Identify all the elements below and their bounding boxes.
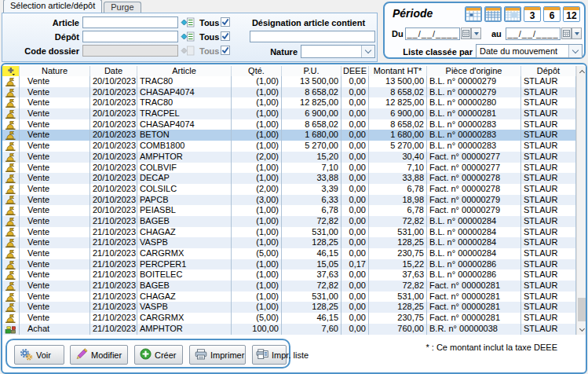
calendar-day-button[interactable] (465, 6, 482, 22)
depot-input[interactable] (82, 31, 178, 42)
imprimer-button[interactable]: Imprimer (189, 345, 246, 365)
table-row[interactable]: Vente21/10/2023VASPB(1,00)128,250,00128,… (2, 237, 576, 248)
add-column-icon[interactable] (2, 66, 20, 76)
column-header-piece[interactable]: Pièce d'origine (427, 66, 521, 76)
voir-button[interactable]: Voir (14, 345, 64, 365)
column-header-qty[interactable]: Qté. (232, 66, 282, 76)
depot-list-picker-icon[interactable] (181, 31, 195, 42)
column-header-montant[interactable]: Montant HT* (369, 66, 427, 76)
scroll-up-icon[interactable] (577, 66, 586, 76)
table-row[interactable]: Vente21/10/2023CARGRMX(5,00)46,150,00230… (2, 313, 576, 324)
column-header-article[interactable]: Article (137, 66, 232, 76)
table-row[interactable]: Vente20/10/2023DECAP(1,00)33,880,0033,88… (2, 173, 576, 184)
table-row[interactable]: Vente21/10/2023VASPB(1,00)128,250,00128,… (2, 302, 576, 313)
date-from-dropdown-icon[interactable] (471, 28, 481, 39)
table-row[interactable]: Vente20/10/2023COMB1800(1,00)5 270,000,0… (2, 141, 576, 152)
designation-input[interactable] (250, 31, 375, 42)
nature-select[interactable] (301, 45, 375, 58)
cell-depot: STLAUR (521, 195, 576, 206)
table-row[interactable]: Vente20/10/2023COLSILC(2,00)3,390,006,78… (2, 184, 576, 195)
table-row[interactable]: Vente21/10/2023BAGEB(1,00)72,820,0072,82… (2, 216, 576, 227)
cell-pu: 13 500,00 (282, 76, 341, 87)
table-row[interactable]: Vente21/10/2023PERCPER1(1,00)15,050,1715… (2, 259, 576, 270)
table-row[interactable]: Achat21/10/2023AMPHTOR100,007,600,00760,… (2, 324, 576, 335)
vertical-scrollbar[interactable] (576, 66, 586, 335)
modifier-button[interactable]: Modifier (70, 345, 128, 365)
period-12-months-button[interactable]: 12 (563, 6, 580, 22)
depot-tous-checkbox[interactable] (221, 31, 230, 41)
movements-table-header: NatureDateArticleQté.P.U.DEEEMontant HT*… (2, 66, 576, 77)
cell-date: 20/10/2023 (90, 195, 137, 206)
date-to-dropdown-icon[interactable] (572, 28, 582, 39)
column-header-pu[interactable]: P.U. (282, 66, 341, 76)
table-row[interactable]: Vente21/10/2023BOITELEC(1,00)37,630,0037… (2, 270, 576, 280)
cell-date: 20/10/2023 (90, 205, 137, 216)
column-header-depot[interactable]: Dépôt (521, 66, 576, 76)
table-row[interactable]: Vente20/10/2023PEIASBL(1,00)6,780,006,78… (2, 205, 576, 216)
sort-select[interactable]: Date du mouvement (476, 44, 583, 58)
cell-montant: 12 825,00 (369, 97, 427, 108)
table-row[interactable]: Vente20/10/2023TRAC80(1,00)12 825,000,00… (2, 97, 576, 108)
cell-piece: B.L. n° 00000283 (427, 141, 521, 152)
date-from-calendar-icon[interactable] (461, 28, 471, 39)
table-row[interactable]: Vente21/10/2023CHAGAZ(1,00)531,000,00531… (2, 227, 576, 238)
table-row[interactable]: Vente21/10/2023BAGEB(1,00)72,820,0072,82… (2, 280, 576, 292)
scrollbar-thumb[interactable] (578, 298, 586, 321)
cell-article: COLSILC (137, 184, 232, 195)
column-header-deee[interactable]: DEEE (341, 66, 369, 76)
code-dossier-tous-checkbox[interactable] (221, 46, 230, 55)
period-6-months-button[interactable]: 6 (543, 6, 561, 22)
table-row[interactable]: Vente20/10/2023COLBVIF(1,00)7,100,007,10… (2, 163, 576, 174)
table-row[interactable]: Vente21/10/2023CHAGAZ(1,00)531,000,00531… (2, 292, 576, 302)
cell-date: 21/10/2023 (90, 292, 137, 302)
table-row[interactable]: Vente20/10/2023CHASAP4074(1,00)8 658,020… (2, 119, 576, 130)
vente-movement-icon (2, 292, 20, 302)
periode-title: Période (393, 7, 433, 20)
article-tous-checkbox[interactable] (221, 17, 230, 27)
table-row[interactable]: Vente20/10/2023AMPHTOR(2,00)15,200,0030,… (2, 152, 576, 163)
calendar-month-button[interactable] (484, 6, 502, 22)
table-row[interactable]: Vente20/10/2023TRACPEL(1,00)6 900,000,00… (2, 108, 576, 119)
article-input[interactable] (82, 16, 178, 28)
period-3-months-button[interactable]: 3 (524, 6, 541, 22)
cell-article: CARGRMX (137, 248, 232, 259)
movements-table-body: Vente20/10/2023TRAC80(1,00)13 500,000,00… (2, 76, 576, 335)
tab-purge[interactable]: Purge (104, 2, 141, 13)
chevron-down-icon[interactable] (361, 46, 374, 57)
calendar-year-button[interactable] (504, 6, 521, 22)
cell-nature: Vente (20, 227, 90, 238)
cell-montant: 72,82 (369, 280, 427, 292)
cell-deee: 0,00 (341, 227, 369, 238)
cell-pu: 6 900,00 (282, 108, 341, 119)
table-row[interactable]: Vente20/10/2023PAPCB(3,00)6,330,0018,98F… (2, 195, 576, 206)
cell-pu: 12 825,00 (282, 97, 341, 108)
cell-qty: (1,00) (232, 141, 282, 152)
cell-deee: 0,00 (341, 195, 369, 206)
cell-deee: 0,00 (341, 119, 369, 130)
column-header-date[interactable]: Date (90, 66, 137, 76)
cell-nature: Vente (20, 195, 90, 206)
column-header-nature[interactable]: Nature (20, 66, 90, 76)
printer-list-icon (256, 349, 268, 361)
table-row[interactable]: Vente21/10/2023CARGRMX(5,00)46,150,00230… (2, 248, 576, 259)
chevron-down-icon[interactable] (568, 45, 582, 57)
creer-button[interactable]: Créer (134, 345, 183, 365)
tab-selection-article-depot[interactable]: Sélection article/dépôt (3, 0, 102, 13)
cell-montant: 531,00 (369, 227, 427, 238)
date-to-input[interactable]: __/__/____ (506, 28, 561, 40)
cell-pu: 33,88 (282, 173, 341, 184)
cell-piece: B.L. n° 00000279 (427, 87, 521, 98)
article-list-picker-icon[interactable] (181, 17, 195, 28)
table-row[interactable]: Vente20/10/2023CHASAP4074(1,00)8 658,020… (2, 87, 576, 98)
cell-deee: 0,00 (341, 280, 369, 292)
cell-nature: Achat (20, 324, 90, 335)
date-from-input[interactable]: __/__/____ (405, 28, 460, 40)
cell-depot: STLAUR (521, 216, 576, 227)
scroll-down-icon[interactable] (577, 324, 586, 335)
impr-liste-button[interactable]: Impr. liste (252, 345, 287, 365)
cell-deee: 0,00 (341, 237, 369, 248)
date-to-calendar-icon[interactable] (561, 28, 572, 39)
table-row[interactable]: Vente20/10/2023TRAC80(1,00)13 500,000,00… (2, 76, 576, 87)
table-row[interactable]: Vente20/10/2023BETON(1,00)1 680,000,001 … (2, 130, 576, 141)
cell-montant: 230,75 (369, 248, 427, 259)
